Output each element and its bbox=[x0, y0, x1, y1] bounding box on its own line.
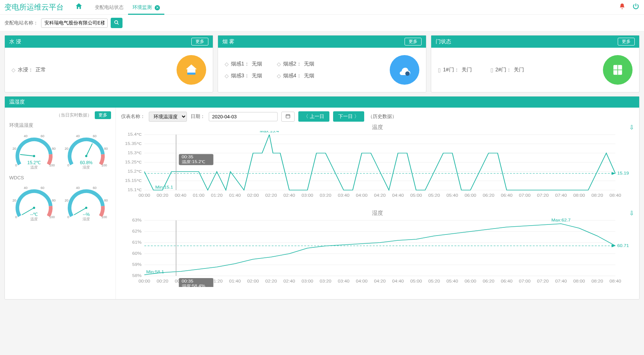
svg-text:40: 40 bbox=[76, 134, 80, 138]
svg-text:80: 80 bbox=[52, 147, 56, 151]
prev-day-button[interactable]: 〈上一日 bbox=[298, 111, 329, 122]
svg-text:61%: 61% bbox=[132, 240, 141, 244]
tab-station-status[interactable]: 变配电站状态 bbox=[90, 0, 128, 15]
next-day-button[interactable]: 下一日〉 bbox=[333, 111, 364, 122]
svg-text:80: 80 bbox=[104, 147, 108, 151]
svg-text:100: 100 bbox=[101, 215, 107, 219]
svg-text:100: 100 bbox=[101, 163, 107, 167]
card-smoke-title: 烟 雾 bbox=[222, 38, 234, 45]
svg-text:07:00: 07:00 bbox=[519, 279, 531, 283]
download-icon[interactable]: ⇩ bbox=[629, 124, 634, 131]
svg-text:04:40: 04:40 bbox=[392, 193, 404, 197]
svg-text:07:00: 07:00 bbox=[519, 193, 531, 197]
smoke-more-button[interactable]: 更多 bbox=[405, 38, 422, 45]
svg-point-4 bbox=[405, 71, 410, 76]
date-input[interactable] bbox=[209, 112, 278, 121]
card-smoke: 烟 雾 更多 ◇烟感1：无烟 ◇烟感2：无烟 ◇烟感3：无烟 ◇烟感4：无烟 bbox=[218, 35, 426, 92]
svg-text:08:20: 08:20 bbox=[591, 279, 603, 283]
fire-icon: ◇ bbox=[225, 73, 229, 79]
gauge-humidity: 020406080100 --% 湿度 bbox=[62, 182, 111, 224]
door-more-button[interactable]: 更多 bbox=[618, 38, 635, 45]
svg-text:02:40: 02:40 bbox=[284, 193, 295, 197]
svg-point-15 bbox=[33, 155, 35, 157]
fire-icon: ◇ bbox=[225, 61, 229, 67]
svg-text:40: 40 bbox=[24, 134, 27, 138]
svg-text:08:40: 08:40 bbox=[610, 279, 621, 283]
humidity-chart-svg[interactable]: 58%59%60%61%62%63%00:0000:2000:4001:0001… bbox=[121, 217, 634, 287]
svg-text:100: 100 bbox=[49, 215, 55, 219]
date-label: 日期： bbox=[191, 113, 205, 120]
search-button[interactable] bbox=[111, 18, 123, 28]
smoke-item-4: ◇烟感4：无烟 bbox=[277, 72, 314, 79]
svg-text:60: 60 bbox=[93, 186, 97, 190]
calendar-icon bbox=[285, 114, 291, 119]
svg-text:07:20: 07:20 bbox=[537, 193, 549, 197]
svg-text:40: 40 bbox=[76, 186, 80, 190]
svg-text:20: 20 bbox=[12, 147, 16, 151]
svg-text:01:00: 01:00 bbox=[193, 193, 205, 197]
svg-rect-48 bbox=[286, 114, 290, 118]
water-more-button[interactable]: 更多 bbox=[191, 38, 208, 45]
svg-text:00:20: 00:20 bbox=[157, 279, 168, 283]
svg-text:20: 20 bbox=[65, 199, 68, 202]
svg-text:Min:15.1: Min:15.1 bbox=[155, 185, 173, 189]
meter-select[interactable]: 环境温湿度 bbox=[149, 112, 187, 122]
svg-point-0 bbox=[115, 20, 118, 23]
svg-text:00:40: 00:40 bbox=[175, 193, 187, 197]
home-icon[interactable] bbox=[75, 2, 83, 13]
card-door-title: 门状态 bbox=[436, 38, 451, 45]
card-smoke-header: 烟 雾 更多 bbox=[218, 36, 426, 48]
power-icon[interactable] bbox=[632, 3, 640, 12]
svg-text:02:20: 02:20 bbox=[265, 193, 277, 197]
svg-text:15.2℃: 15.2℃ bbox=[27, 160, 41, 165]
water-label: 水浸： bbox=[18, 67, 33, 73]
svg-text:04:20: 04:20 bbox=[374, 279, 386, 283]
svg-text:00:00: 00:00 bbox=[138, 193, 150, 197]
chart-controls: 仪表名称： 环境温湿度 日期： 〈上一日 下一日〉 （历史数据） bbox=[121, 111, 634, 122]
gauge-humidity: 020406080100 60.8% 湿度 bbox=[62, 130, 111, 172]
svg-text:Max:62.7: Max:62.7 bbox=[551, 218, 571, 222]
svg-text:63%: 63% bbox=[132, 218, 141, 222]
svg-text:15.19: 15.19 bbox=[617, 171, 629, 175]
svg-text:湿度: 湿度 bbox=[83, 217, 90, 221]
svg-line-24 bbox=[86, 143, 93, 156]
gauge-more-button[interactable]: 更多 bbox=[95, 111, 111, 119]
svg-point-35 bbox=[33, 207, 35, 209]
calendar-button[interactable] bbox=[281, 112, 295, 122]
svg-text:00:35: 00:35 bbox=[182, 279, 194, 283]
svg-text:06:20: 06:20 bbox=[483, 279, 494, 283]
svg-text:06:40: 06:40 bbox=[501, 279, 513, 283]
svg-text:62%: 62% bbox=[132, 229, 141, 233]
svg-text:0: 0 bbox=[15, 163, 17, 167]
svg-text:06:40: 06:40 bbox=[501, 193, 513, 197]
svg-text:03:40: 03:40 bbox=[338, 279, 350, 283]
droplet-icon: ◇ bbox=[11, 67, 16, 73]
svg-text:05:40: 05:40 bbox=[446, 279, 458, 283]
close-icon[interactable]: ✕ bbox=[155, 5, 160, 10]
app-title: 变电所运维云平台 bbox=[4, 2, 64, 12]
svg-text:05:40: 05:40 bbox=[446, 193, 458, 197]
svg-text:温度: 温度 bbox=[30, 165, 38, 169]
svg-text:08:00: 08:00 bbox=[573, 193, 585, 197]
svg-text:0: 0 bbox=[67, 163, 69, 167]
smoke-item-1: ◇烟感1：无烟 bbox=[225, 61, 262, 67]
svg-point-25 bbox=[85, 155, 87, 157]
svg-text:06:20: 06:20 bbox=[483, 193, 494, 197]
svg-text:00:00: 00:00 bbox=[138, 279, 150, 283]
svg-text:--℃: --℃ bbox=[30, 212, 38, 217]
svg-text:20: 20 bbox=[12, 199, 16, 202]
card-water-title: 水 浸 bbox=[9, 38, 21, 45]
svg-point-45 bbox=[85, 207, 87, 209]
svg-text:01:40: 01:40 bbox=[229, 193, 241, 197]
chevron-left-icon: 〈 bbox=[303, 113, 308, 120]
svg-text:15.15℃: 15.15℃ bbox=[125, 179, 142, 183]
tab-env-monitor[interactable]: 环境监测 ✕ bbox=[128, 0, 164, 15]
download-icon[interactable]: ⇩ bbox=[629, 210, 634, 217]
door-big-icon bbox=[603, 55, 633, 85]
station-name-input[interactable] bbox=[41, 18, 108, 28]
search-row: 变配电站名称： bbox=[0, 15, 644, 31]
bell-icon[interactable] bbox=[619, 3, 625, 12]
temperature-chart-svg[interactable]: 15.1℃15.15℃15.2℃15.25℃15.3℃15.35℃15.4℃00… bbox=[121, 131, 634, 201]
svg-text:20: 20 bbox=[65, 147, 68, 151]
svg-text:温度: 温度 bbox=[30, 217, 38, 221]
